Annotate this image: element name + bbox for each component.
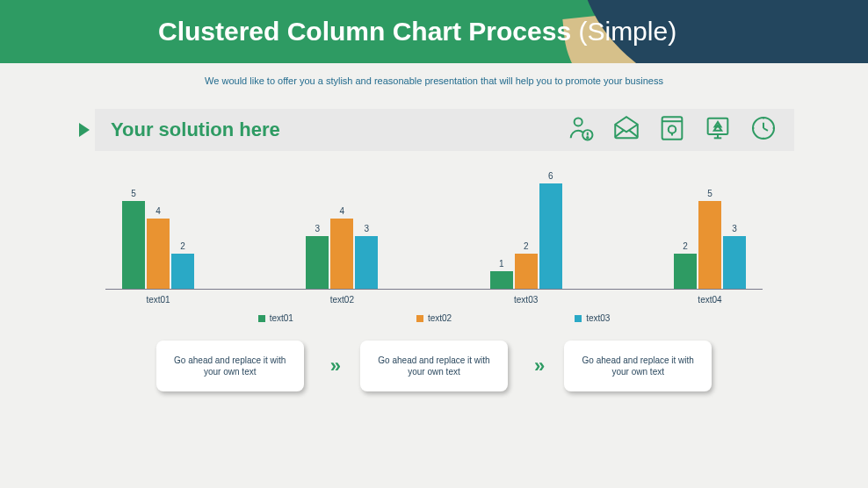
chart-x-axis: text01text02text03text04 [105, 295, 763, 305]
legend-item: text03 [575, 313, 610, 323]
chart-bar: 2 [515, 241, 538, 289]
slide-title-bold: Clustered Column Chart Process [158, 17, 571, 46]
process-card: Go ahead and replace it with your own te… [156, 341, 304, 391]
legend-item: text02 [416, 313, 452, 323]
bar-rect [122, 201, 145, 289]
chart-bar: 5 [122, 189, 145, 289]
bar-value-label: 4 [340, 206, 345, 216]
chart-bar: 3 [355, 224, 378, 289]
chart-bar: 6 [539, 171, 562, 289]
clustered-column-chart: 542343126253 [105, 167, 763, 290]
bar-value-label: 2 [683, 241, 688, 251]
legend-swatch [416, 315, 423, 322]
chart-bar: 4 [330, 206, 353, 289]
bar-rect [171, 254, 194, 289]
process-card: Go ahead and replace it with your own te… [360, 341, 508, 391]
solution-banner: Your solution here [95, 109, 794, 151]
slide-title-light: (Simple) [578, 17, 676, 46]
svg-rect-4 [662, 117, 683, 140]
chart-group: 253 [657, 189, 763, 289]
chart-group: 343 [289, 206, 394, 289]
svg-point-3 [587, 137, 588, 138]
svg-line-13 [763, 128, 768, 131]
x-axis-label: text01 [105, 295, 211, 305]
slide-header: Clustered Column Chart Process (Simple) [0, 0, 868, 63]
legend-label: text03 [586, 313, 610, 323]
bar-value-label: 6 [548, 171, 553, 181]
bar-value-label: 3 [315, 224, 321, 233]
chart-bar: 4 [147, 206, 170, 289]
chart-group: 542 [105, 189, 211, 289]
bar-value-label: 1 [499, 259, 504, 269]
book-lightbulb-icon [657, 113, 687, 147]
legend-label: text01 [270, 313, 293, 323]
banner-title: Your solution here [111, 118, 566, 141]
chevron-icon: » [330, 355, 334, 377]
clock-icon [749, 113, 778, 147]
banner-marker-icon [79, 123, 90, 137]
bar-rect [539, 183, 562, 289]
chart-area: 542343126253 text01text02text03text04 te… [105, 167, 763, 323]
bar-value-label: 4 [156, 206, 161, 216]
legend-swatch [575, 315, 582, 322]
bar-value-label: 5 [707, 189, 712, 198]
bar-value-label: 5 [131, 189, 136, 198]
chart-bar: 2 [171, 241, 194, 289]
bar-value-label: 3 [732, 224, 737, 233]
bar-rect [306, 236, 329, 289]
slide-title: Clustered Column Chart Process (Simple) [0, 0, 868, 63]
legend-label: text02 [428, 313, 452, 323]
x-axis-label: text02 [289, 295, 394, 305]
legend-swatch [258, 315, 265, 322]
chart-legend: text01text02text03 [105, 313, 763, 323]
chart-bar: 3 [723, 224, 746, 289]
chevron-icon: » [534, 355, 538, 377]
bar-rect [515, 254, 538, 289]
board-tree-icon [703, 113, 733, 147]
legend-item: text01 [258, 313, 293, 323]
process-card: Go ahead and replace it with your own te… [564, 341, 712, 391]
chart-group: 126 [474, 171, 579, 289]
chart-bar: 2 [674, 241, 697, 289]
mail-open-icon [611, 113, 641, 147]
bar-rect [147, 219, 170, 289]
x-axis-label: text04 [657, 295, 763, 305]
chart-bar: 5 [698, 189, 721, 289]
banner-icon-row [566, 113, 778, 147]
bar-rect [330, 219, 353, 289]
x-axis-label: text03 [474, 295, 579, 305]
bar-rect [674, 254, 697, 289]
svg-point-6 [669, 126, 676, 133]
bar-value-label: 2 [524, 241, 529, 251]
bar-value-label: 3 [365, 224, 370, 233]
chart-bar: 1 [490, 259, 513, 289]
bar-rect [698, 201, 721, 289]
bar-rect [723, 236, 746, 289]
chart-bar: 3 [306, 224, 329, 289]
slide-subtitle: We would like to offer you a stylish and… [0, 75, 868, 86]
bar-rect [490, 271, 513, 289]
bar-value-label: 2 [180, 241, 185, 251]
process-row: Go ahead and replace it with your own te… [0, 341, 868, 391]
svg-point-0 [575, 118, 582, 126]
bar-rect [355, 236, 378, 289]
person-alert-icon [566, 113, 596, 147]
